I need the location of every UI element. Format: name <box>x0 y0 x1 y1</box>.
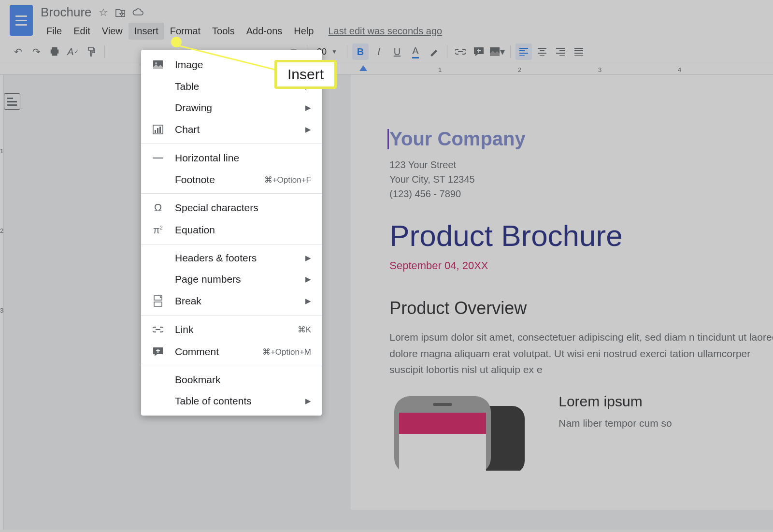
text-color-button[interactable]: A <box>407 43 424 60</box>
docs-app-icon[interactable] <box>10 5 33 36</box>
menu-item-horizontal-line[interactable]: Horizontal line <box>141 147 322 169</box>
pi-icon: π2 <box>152 224 164 236</box>
menu-separator <box>141 315 322 316</box>
menu-separator <box>141 244 322 244</box>
highlight-button[interactable] <box>426 43 442 60</box>
horizontal-ruler[interactable]: 1 2 3 4 <box>0 64 773 75</box>
submenu-arrow-icon: ▶ <box>305 125 311 134</box>
menu-item-page-numbers[interactable]: Page numbers▶ <box>141 269 322 290</box>
company-heading[interactable]: Your Company <box>389 128 773 150</box>
menu-item-chart[interactable]: Chart▶ <box>141 118 322 141</box>
submenu-arrow-icon: ▶ <box>305 254 311 262</box>
product-title[interactable]: Product Brochure <box>389 218 773 253</box>
document-title[interactable]: Brochure <box>41 5 92 20</box>
menu-format[interactable]: Format <box>164 23 206 40</box>
menu-separator <box>141 144 322 144</box>
menu-insert[interactable]: Insert <box>129 23 164 40</box>
svg-rect-10 <box>155 130 156 133</box>
insert-menu-dropdown: Image▶Table▶Drawing▶Chart▶Horizontal lin… <box>141 50 322 416</box>
menu-item-equation[interactable]: π2Equation <box>141 219 322 241</box>
menu-help[interactable]: Help <box>288 23 319 40</box>
callout-dot <box>171 37 182 47</box>
move-icon[interactable] <box>115 8 126 17</box>
menu-view[interactable]: View <box>96 23 129 40</box>
bold-button[interactable]: B <box>352 43 369 60</box>
svg-rect-14 <box>154 296 162 300</box>
undo-button[interactable]: ↶ <box>10 43 26 60</box>
submenu-arrow-icon: ▶ <box>305 297 311 305</box>
svg-point-8 <box>155 62 157 64</box>
side-heading[interactable]: Lorem ipsum <box>558 393 672 410</box>
last-edit-link[interactable]: Last edit was seconds ago <box>328 23 442 40</box>
spellcheck-button[interactable]: A✓ <box>65 43 81 60</box>
paint-format-button[interactable] <box>83 43 100 60</box>
menu-addons[interactable]: Add-ons <box>241 23 288 40</box>
align-right-button[interactable] <box>552 43 569 60</box>
submenu-arrow-icon: ▶ <box>305 397 311 405</box>
menu-tools[interactable]: Tools <box>206 23 241 40</box>
align-center-button[interactable] <box>534 43 550 60</box>
svg-rect-12 <box>159 127 161 133</box>
document-canvas[interactable]: Your Company 123 Your Street Your City, … <box>20 75 773 530</box>
menu-edit[interactable]: Edit <box>68 23 96 40</box>
date-line[interactable]: September 04, 20XX <box>389 259 773 272</box>
insert-image-button[interactable]: ▾ <box>489 43 505 60</box>
svg-rect-6 <box>433 403 452 406</box>
menu-separator <box>141 366 322 366</box>
hline-icon <box>152 152 164 164</box>
insert-comment-button[interactable] <box>471 43 487 60</box>
menu-item-headers-footers[interactable]: Headers & footers▶ <box>141 247 322 269</box>
link-icon <box>152 323 164 336</box>
menu-file[interactable]: File <box>41 23 68 40</box>
vertical-ruler[interactable]: 1 2 3 <box>0 75 4 530</box>
break-icon <box>152 295 164 307</box>
submenu-arrow-icon: ▶ <box>305 103 311 112</box>
title-bar: Brochure ☆ File Edit View Insert Format … <box>0 0 773 40</box>
callout-label: Insert <box>274 60 337 89</box>
image-icon <box>152 58 164 71</box>
insert-link-button[interactable] <box>452 43 469 60</box>
italic-button[interactable]: I <box>371 43 387 60</box>
page[interactable]: Your Company 123 Your Street Your City, … <box>351 75 773 510</box>
svg-rect-5 <box>399 413 486 434</box>
outline-toggle-icon[interactable] <box>4 93 20 110</box>
comment-icon <box>152 345 164 358</box>
chart-icon <box>152 123 164 136</box>
align-left-button[interactable] <box>515 43 532 60</box>
side-body[interactable]: Nam liber tempor cum so <box>558 417 672 429</box>
menu-item-comment[interactable]: Comment⌘+Option+M <box>141 341 322 363</box>
underline-button[interactable]: U <box>389 43 405 60</box>
menu-separator <box>141 193 322 194</box>
menu-item-table-of-contents[interactable]: Table of contents▶ <box>141 390 322 412</box>
align-justify-button[interactable] <box>571 43 587 60</box>
menu-item-link[interactable]: Link⌘K <box>141 318 322 341</box>
overview-body[interactable]: Lorem ipsum dolor sit amet, consectetuer… <box>389 329 773 378</box>
menu-bar: File Edit View Insert Format Tools Add-o… <box>41 23 442 40</box>
svg-rect-15 <box>154 302 162 306</box>
address-block[interactable]: 123 Your Street Your City, ST 12345 (123… <box>389 158 773 201</box>
submenu-arrow-icon: ▶ <box>305 275 311 284</box>
menu-item-special-characters[interactable]: ΩSpecial characters <box>141 197 322 219</box>
omega-icon: Ω <box>152 201 164 214</box>
cloud-icon[interactable] <box>132 8 144 17</box>
star-icon[interactable]: ☆ <box>99 6 108 19</box>
svg-rect-11 <box>157 128 158 133</box>
menu-item-break[interactable]: Break▶ <box>141 290 322 312</box>
menu-item-footnote[interactable]: Footnote⌘+Option+F <box>141 169 322 190</box>
phone-illustration <box>389 393 530 471</box>
menu-item-bookmark[interactable]: Bookmark <box>141 369 322 390</box>
overview-heading[interactable]: Product Overview <box>389 298 773 318</box>
print-button[interactable] <box>46 43 63 60</box>
menu-item-drawing[interactable]: Drawing▶ <box>141 97 322 118</box>
toolbar: ↶ ↷ A✓ ▼ 20▼ B I U A ▾ <box>0 40 773 64</box>
redo-button[interactable]: ↷ <box>28 43 44 60</box>
